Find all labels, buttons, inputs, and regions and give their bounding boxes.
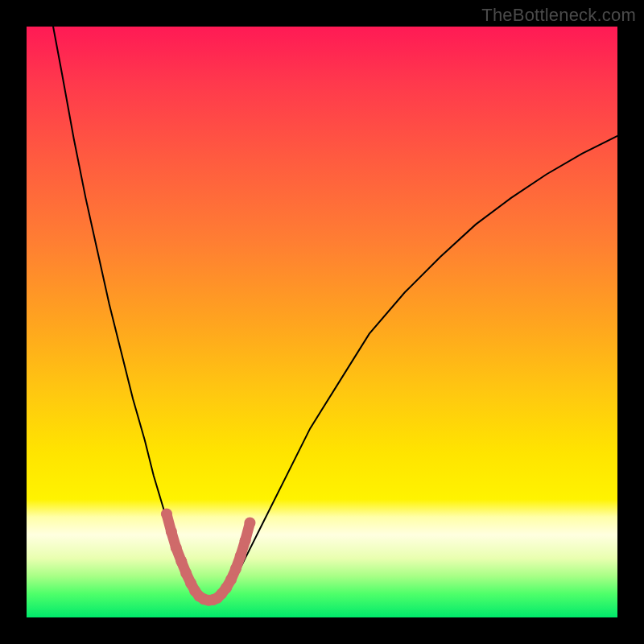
trough-marker-dot [225,574,237,585]
trough-marker-dot [230,564,242,575]
right-branch-curve [225,136,617,597]
trough-marker-dot [240,535,251,547]
trough-marker-dot [235,551,246,562]
outer-frame: TheBottleneck.com [0,0,644,644]
trough-marker-dot [244,518,255,529]
trough-marker-dot [161,509,172,520]
trough-marker-dot [180,568,192,579]
curve-layer [27,27,617,617]
watermark-text: TheBottleneck.com [481,5,636,26]
trough-marker-dot [166,526,177,538]
trough-marker-dot [175,555,187,567]
left-branch-curve [53,27,196,597]
trough-marker-dot [171,542,182,553]
